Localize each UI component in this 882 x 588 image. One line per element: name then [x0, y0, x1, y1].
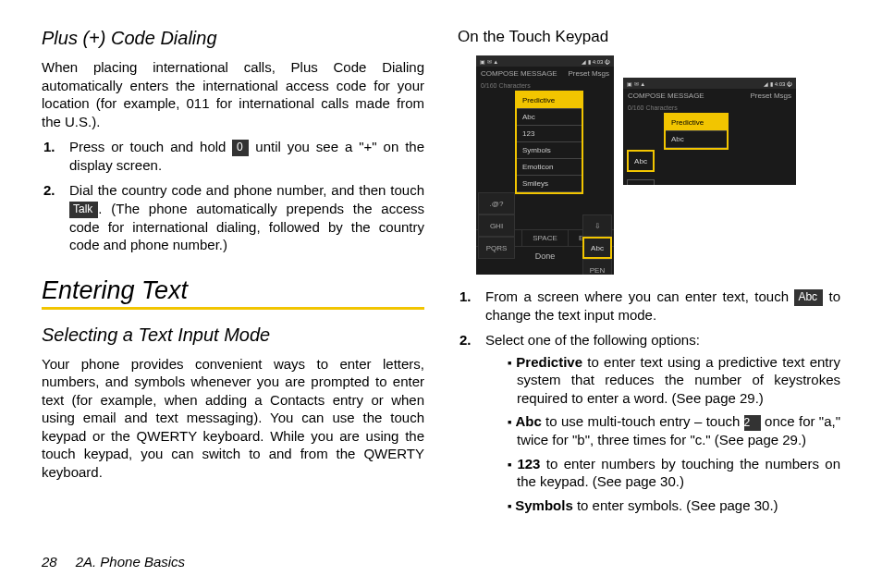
- option-abc: Abc to use multi-touch entry – touch 2 o…: [508, 412, 840, 448]
- left-key-column: .@? GHI PQRS: [478, 192, 515, 259]
- right-key-column: ⇩ Abc PEN: [582, 214, 612, 275]
- section-divider: [42, 307, 424, 310]
- right-column: On the Touch Keypad ▣ ✉ ▲◢ ▮ 4:03 ⏻ COMP…: [458, 28, 840, 543]
- plus-code-step-1: Press or touch and hold 0 until you see …: [60, 138, 424, 174]
- option-predictive: Predictive to enter text using a predict…: [508, 353, 840, 408]
- plus-code-step-2: Dial the country code and phone number, …: [60, 181, 424, 253]
- input-mode-popup: Predictive Abc 123 Symbols Emoticon Smil…: [515, 91, 583, 194]
- option-123: 123 to enter numbers by touching the num…: [508, 455, 840, 491]
- zero-key-icon: 0: [232, 140, 249, 156]
- heading-plus-code-dialing: Plus (+) Code Dialing: [42, 28, 424, 49]
- talk-key-icon: Talk: [69, 202, 98, 218]
- abc-key-highlight: Abc: [627, 150, 655, 172]
- input-mode-description: Your phone provides convenient ways to e…: [42, 355, 424, 482]
- two-key-icon: 2: [744, 415, 761, 432]
- phone-screenshot-landscape: ▣ ✉ ▲◢ ▮ 4:03 ⏻ COMPOSE MESSAGEPreset Ms…: [623, 78, 796, 185]
- page-number: 28: [42, 554, 57, 570]
- abc-key-highlight: Abc: [582, 237, 612, 259]
- keypad-step-1: From a screen where you can enter text, …: [476, 288, 840, 324]
- plus-code-description: When placing international calls, Plus C…: [42, 58, 424, 130]
- heading-selecting-input-mode: Selecting a Text Input Mode: [42, 325, 424, 346]
- input-mode-popup-small: Predictive Abc: [664, 113, 729, 150]
- section-title: 2A. Phone Basics: [76, 554, 185, 570]
- phone-screenshot-portrait: ▣ ✉ ▲◢ ▮ 4:03 ⏻ COMPOSE MESSAGEPreset Ms…: [476, 55, 614, 275]
- page-footer: 28 2A. Phone Basics: [42, 543, 840, 570]
- option-symbols: Symbols to enter symbols. (See page 30.): [508, 496, 840, 515]
- keypad-step-2: Select one of the following options: Pre…: [476, 331, 840, 514]
- heading-entering-text: Entering Text: [42, 276, 424, 305]
- phone-screenshots: ▣ ✉ ▲◢ ▮ 4:03 ⏻ COMPOSE MESSAGEPreset Ms…: [476, 55, 840, 275]
- abc-key-icon: Abc: [794, 289, 823, 306]
- heading-touch-keypad: On the Touch Keypad: [458, 28, 840, 46]
- left-column: Plus (+) Code Dialing When placing inter…: [42, 28, 424, 543]
